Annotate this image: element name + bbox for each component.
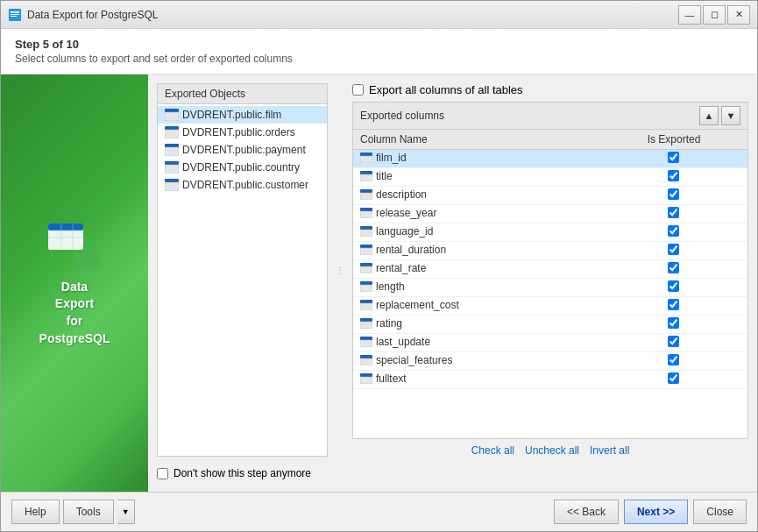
footer-right-buttons: << Back Next >> Close xyxy=(554,500,747,524)
is-exported-cell[interactable] xyxy=(600,316,747,334)
table-row[interactable]: release_year xyxy=(353,205,747,223)
column-name-cell: description xyxy=(353,187,600,202)
exported-columns-label: Exported columns xyxy=(360,110,444,122)
export-checkbox[interactable] xyxy=(668,336,679,347)
table-row[interactable]: replacement_cost xyxy=(353,297,747,316)
export-checkbox[interactable] xyxy=(668,188,679,200)
column-name-cell: special_features xyxy=(353,352,600,368)
column-name: special_features xyxy=(376,354,452,366)
step-header: Step 5 of 10 Select columns to export an… xyxy=(1,29,757,74)
column-name: fulltext xyxy=(376,372,407,385)
is-exported-cell[interactable] xyxy=(600,352,747,371)
move-down-button[interactable]: ▼ xyxy=(721,106,740,125)
export-checkbox[interactable] xyxy=(668,152,679,163)
column-name-cell: last_update xyxy=(353,334,600,350)
export-checkbox[interactable] xyxy=(668,299,679,310)
window-title: Data Export for PostgreSQL xyxy=(27,9,678,21)
tree-item[interactable]: DVDRENT.public.customer xyxy=(158,176,327,194)
columns-table[interactable]: Column Name Is Exported xyxy=(353,130,747,438)
export-checkbox[interactable] xyxy=(668,354,679,365)
is-exported-cell[interactable] xyxy=(600,187,747,205)
top-section: Exported Objects DVDRENT.public.film xyxy=(157,83,748,457)
tools-dropdown-button[interactable]: ▼ xyxy=(117,500,135,524)
col-name-header: Column Name xyxy=(353,130,600,150)
export-all-row: Export all columns of all tables xyxy=(352,83,748,96)
table-row[interactable]: film_id xyxy=(353,150,747,168)
svg-rect-84 xyxy=(360,263,372,266)
is-exported-cell[interactable] xyxy=(600,223,747,242)
column-name-cell: release_year xyxy=(353,205,600,221)
is-exported-cell[interactable] xyxy=(600,150,747,168)
tree-item-label: DVDRENT.public.orders xyxy=(182,126,295,138)
export-checkbox[interactable] xyxy=(668,372,679,384)
is-exported-cell[interactable] xyxy=(600,371,747,389)
is-exported-cell[interactable] xyxy=(600,205,747,223)
minimize-button[interactable]: — xyxy=(678,5,701,25)
is-exported-cell[interactable] xyxy=(600,334,747,352)
column-icon xyxy=(360,153,372,163)
export-checkbox[interactable] xyxy=(668,225,679,237)
help-button[interactable]: Help xyxy=(11,500,60,524)
right-panel: Exported Objects DVDRENT.public.film xyxy=(148,74,757,492)
is-exported-cell[interactable] xyxy=(600,242,747,260)
check-all-link[interactable]: Check all xyxy=(471,444,514,457)
table-row[interactable]: title xyxy=(353,168,747,187)
export-checkbox[interactable] xyxy=(668,280,679,292)
svg-rect-60 xyxy=(360,189,372,193)
close-button[interactable]: ✕ xyxy=(727,5,750,25)
tree-item[interactable]: DVDRENT.public.country xyxy=(158,159,327,176)
table-row[interactable]: description xyxy=(353,187,747,205)
column-name: title xyxy=(376,170,393,182)
invert-all-link[interactable]: Invert all xyxy=(590,444,629,457)
exported-objects-header: Exported Objects xyxy=(158,84,327,104)
table-row[interactable]: language_id xyxy=(353,223,747,242)
svg-rect-54 xyxy=(360,171,372,174)
column-icon xyxy=(360,226,372,237)
next-button[interactable]: Next >> xyxy=(624,500,688,524)
dont-show-checkbox[interactable] xyxy=(157,468,168,479)
export-checkbox[interactable] xyxy=(668,207,679,218)
tree-item-label: DVDRENT.public.film xyxy=(182,109,281,121)
export-all-checkbox[interactable] xyxy=(352,84,364,96)
column-name-cell: language_id xyxy=(353,223,600,239)
is-exported-cell[interactable] xyxy=(600,260,747,279)
dont-show-label: Don't show this step anymore xyxy=(174,467,311,479)
table-icon xyxy=(165,144,179,156)
footer: Help Tools ▼ << Back Next >> Close xyxy=(1,492,757,531)
is-exported-cell[interactable] xyxy=(600,168,747,187)
table-icon xyxy=(165,109,179,121)
table-row[interactable]: rental_duration xyxy=(353,242,747,260)
uncheck-all-link[interactable]: Uncheck all xyxy=(525,444,579,457)
svg-rect-13 xyxy=(165,109,179,112)
svg-rect-20 xyxy=(165,126,179,130)
table-row[interactable]: length xyxy=(353,279,747,297)
arrow-buttons: ▲ ▼ xyxy=(699,106,740,125)
tree-item[interactable]: DVDRENT.public.payment xyxy=(158,141,327,159)
move-up-button[interactable]: ▲ xyxy=(699,106,719,125)
tree-item-label: DVDRENT.public.country xyxy=(182,161,300,174)
tree-list[interactable]: DVDRENT.public.film DVDRENT.public.order… xyxy=(158,104,327,456)
close-footer-button[interactable]: Close xyxy=(693,500,747,524)
svg-rect-3 xyxy=(11,16,17,17)
table-row[interactable]: last_update xyxy=(353,334,747,352)
table-row[interactable]: fulltext xyxy=(353,371,747,389)
table-row[interactable]: rating xyxy=(353,316,747,334)
export-checkbox[interactable] xyxy=(668,170,679,181)
maximize-button[interactable]: ◻ xyxy=(703,5,726,25)
table-icon xyxy=(165,161,179,174)
tools-button[interactable]: Tools xyxy=(63,500,114,524)
back-button[interactable]: << Back xyxy=(554,500,619,524)
column-icon xyxy=(360,281,372,292)
svg-rect-48 xyxy=(360,153,372,156)
table-row[interactable]: rental_rate xyxy=(353,260,747,279)
table-row[interactable]: special_features xyxy=(353,352,747,371)
tree-item[interactable]: DVDRENT.public.film xyxy=(158,106,327,124)
is-exported-cell[interactable] xyxy=(600,279,747,297)
export-checkbox[interactable] xyxy=(668,317,679,329)
export-checkbox[interactable] xyxy=(668,262,679,273)
is-exported-cell[interactable] xyxy=(600,297,747,316)
svg-rect-41 xyxy=(165,179,179,182)
tree-item[interactable]: DVDRENT.public.orders xyxy=(158,124,327,141)
export-checkbox[interactable] xyxy=(668,244,679,255)
column-icon xyxy=(360,171,372,181)
